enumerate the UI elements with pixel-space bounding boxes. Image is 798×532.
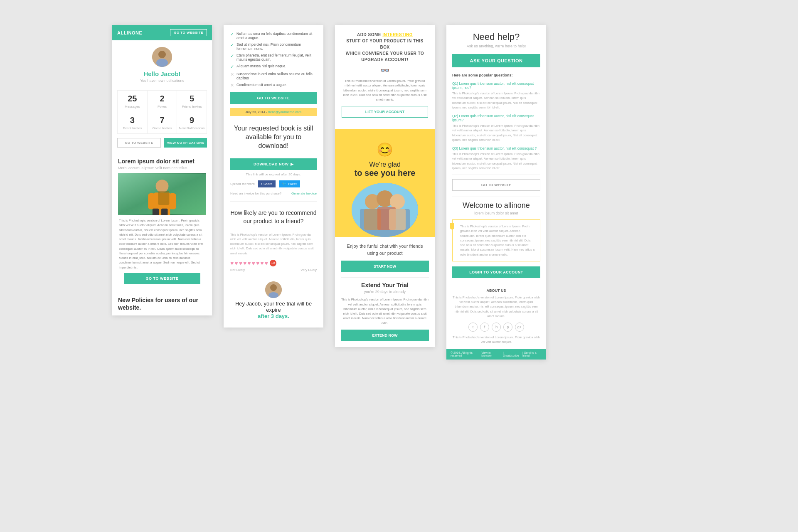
go-website-button[interactable]: GO TO WEBSITE [230, 92, 317, 104]
heart-icon: ♥ [230, 260, 234, 266]
checklist: ✓ Nullam ac uma eu felis dapibus condime… [230, 32, 317, 88]
twitter-social-icon[interactable]: t [468, 323, 478, 332]
heart-icon: ♥ [247, 260, 251, 266]
social-text: This is Photoshop's version of Lorem Ips… [452, 335, 540, 345]
heart-icon: ♥ [252, 260, 255, 266]
avatar-small [265, 281, 282, 298]
svg-rect-7 [169, 193, 176, 209]
date-bar: July 23, 2014 - hello@yourmemo.com [230, 108, 317, 116]
checklist-item: ✓ Sed ut imperdiet nisi. Proin condiment… [230, 42, 317, 51]
svg-point-1 [158, 51, 166, 58]
policies-title: New Policies for users of our website. [118, 296, 206, 311]
linkedin-social-icon[interactable]: in [492, 323, 501, 332]
start-now-button[interactable]: START NOW [341, 261, 429, 272]
extend-now-button[interactable]: EXTEND NOW [341, 330, 429, 341]
svg-rect-10 [158, 191, 169, 205]
stat-new-notifications: 9 New Notifications [177, 112, 207, 134]
email-card-1: ALLINONE GO TO WEBSITE Hello Jacob! You … [112, 25, 212, 315]
about-title: ABOUT US [452, 288, 540, 293]
download-arrow-icon: ▶ [291, 162, 294, 166]
spread-label: Spread the word [230, 182, 255, 186]
expire-days-text: after 3 days. [258, 313, 289, 319]
ask-question-button[interactable]: ASK YOUR QUESTION [452, 54, 540, 67]
checklist-item: ✓ Nullam ac uma eu felis dapibus condime… [230, 32, 317, 40]
go-website-btn[interactable]: GO TO WEBSITE [124, 273, 200, 284]
stat-num: 25 [119, 94, 145, 103]
check-icon: ✓ [230, 32, 234, 37]
email-card-3: ADD SOME INTERESTING STUFF OF YOUR PRODU… [335, 25, 435, 347]
svg-rect-21 [389, 209, 406, 230]
googleplus-social-icon[interactable]: g+ [515, 323, 524, 332]
stat-label: Game Invites [152, 126, 172, 130]
need-help-title: Need help? [452, 32, 540, 42]
faq-answer: This is Photoshop's version of Lorem Ips… [452, 152, 540, 170]
stat-num: 7 [149, 116, 175, 125]
card1-header: ALLINONE GO TO WEBSITE [112, 25, 212, 40]
heart-icon: ♥ [256, 260, 259, 266]
smiley-icon: 😊 [342, 142, 428, 158]
stat-messages: 25 Messages [118, 91, 148, 112]
heart-count: 10 [270, 260, 276, 266]
body-text: This is Photoshop's version of Lorem Ips… [118, 218, 206, 270]
svg-rect-8 [153, 209, 159, 215]
lift-account-button[interactable]: LIFT YOUR ACCOUNT [342, 106, 428, 118]
footer-copyright: © 2014, All rights reserved [451, 351, 481, 357]
body-text: This is Photoshop's version of Lorem Ips… [230, 232, 317, 256]
pinterest-social-icon[interactable]: p [503, 323, 512, 332]
checklist-item: ✕ Suspendisse in orci enim Nullam ac uma… [230, 72, 317, 80]
action-btns: GO TO WEBSITE VIEW NOTIFICATIONS [117, 138, 207, 148]
trial-sub: you're 29 days in already [341, 290, 429, 294]
svg-point-12 [270, 284, 277, 291]
faq-item-3: Q3) Lorem quis tribensum auctor, nisl el… [452, 146, 540, 170]
faq-answer: This is Photoshop's version of Lorem Ips… [452, 91, 540, 110]
view-in-browser-link[interactable]: View in browser [481, 351, 500, 357]
stat-label: Event Invites [123, 126, 142, 130]
hello-text: Hello Jacob! [116, 70, 209, 77]
twitter-tweet-button[interactable]: 🐦 Tweet [279, 180, 300, 187]
stat-num: 5 [179, 94, 205, 103]
add-text: ADD SOME INTERESTING STUFF OF YOUR PRODU… [342, 32, 428, 63]
lorem-title: Lorem ipsum dolor sit amet [118, 158, 206, 165]
faq-answer: This is Photoshop's version of Lorem Ips… [452, 123, 540, 142]
faq-question: Q3) Lorem quis tribensum auctor, nisl el… [452, 146, 540, 150]
card1-title: ALLINONE [117, 30, 142, 35]
body-text: This is Photoshop's version of Lorem Ips… [342, 79, 428, 102]
avatar-section: Hello Jacob! You have new notifications [112, 40, 212, 86]
send-friend-link[interactable]: | Send to a friend [522, 351, 542, 357]
hearts-row: ♥ ♥ ♥ ♥ ♥ ♥ ♥ ♥ ♥ 10 [230, 260, 317, 266]
check-icon: ✓ [230, 42, 234, 48]
yellow-box: This is Photoshop's version of Lorem Ips… [452, 219, 540, 261]
invoice-link[interactable]: Generate Invoice [291, 192, 317, 195]
checklist-item: ✓ Etam pharetra, erat sed fermentum feug… [230, 53, 317, 62]
heart-icon: ♥ [234, 260, 238, 266]
go-website-button[interactable]: GO TO WEBSITE [117, 138, 161, 148]
stat-friend-invites: 5 Friend Invites [177, 91, 207, 112]
facebook-social-icon[interactable]: f [480, 323, 489, 332]
svg-rect-9 [161, 209, 167, 215]
check-icon: ✓ [230, 53, 234, 59]
welcome-sub: lorem ipsum dolor sit amet [452, 211, 540, 215]
download-button[interactable]: DOWNLOAD NOW ▶ [230, 158, 317, 170]
checklist-item: ✓ Aliquam massa nisl quis neque. [230, 64, 317, 69]
stat-pokes: 2 Pokes [148, 91, 177, 112]
stat-label: Pokes [158, 105, 167, 108]
stat-num: 3 [119, 116, 145, 125]
recommend-title: How likely are you to recommend our prod… [230, 209, 317, 225]
login-account-button[interactable]: LOGIN TO YOUR ACCOUNT [452, 266, 540, 278]
book-section: Your requested book is still available f… [230, 121, 317, 154]
trial-title: Extend Your Trial [341, 282, 429, 288]
social-icons: t f in p g+ [452, 323, 540, 332]
very-likely-label: Very Likely [300, 268, 317, 272]
faq-question: Q1) Lorem quis tribensum auctor, nisl el… [452, 81, 540, 90]
unsubscribe-link[interactable]: | Unsubscribe [503, 351, 519, 357]
footer-bar: © 2014, All rights reserved View in brow… [446, 349, 546, 360]
card1-header-btn[interactable]: GO TO WEBSITE [170, 29, 207, 36]
twitter-icon: 🐦 [282, 182, 286, 186]
faq-item-1: Q1) Lorem quis tribensum auctor, nisl el… [452, 81, 540, 110]
go-website-button[interactable]: GO TO WEBSITE [452, 179, 540, 191]
glad-text: We're glad [342, 161, 428, 168]
facebook-share-button[interactable]: f Share [258, 180, 276, 187]
x-icon: ✕ [230, 72, 234, 77]
view-notifications-button[interactable]: VIEW NOTIFICATIONS [164, 138, 207, 148]
book-title: Your requested book is still available f… [230, 124, 317, 150]
